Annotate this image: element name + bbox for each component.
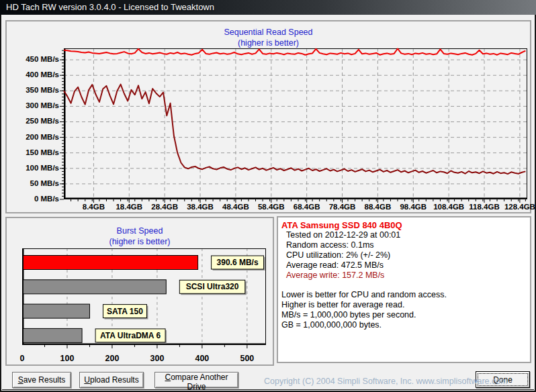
random-access-text: Random access: 0.1ms (281, 240, 527, 250)
sequential-chart-subtitle: (higher is better) (7, 38, 530, 48)
burst-x-tick-label: 400 (195, 354, 209, 363)
burst-x-tick-label: 0 (20, 354, 25, 363)
window-titlebar[interactable]: HD Tach RW version 3.0.4.0 - Licensed to… (0, 0, 536, 15)
average-write-text: Average write: 157.2 MB/s (281, 271, 527, 281)
y-tick-label: 450 MB/s (16, 55, 59, 63)
burst-speed-panel: Burst Speed (higher is better) 390.6 MB/… (5, 217, 274, 366)
burst-x-tick-label: 300 (150, 354, 164, 363)
drive-info-panel: ATA Samsung SSD 840 4B0Q Tested on 2012-… (277, 216, 531, 363)
tested-on-text: Tested on 2012-12-29 at 00:01 (281, 230, 527, 240)
sequential-read-panel: Sequential Read Speed (higher is better)… (5, 20, 531, 213)
note-lower-better: Lower is better for CPU and random acces… (281, 290, 527, 300)
burst-x-tick-label: 500 (240, 354, 254, 363)
note-mbs-definition: MB/s = 1,000,000 bytes per second. (281, 310, 527, 320)
bar-value-label: SATA 150 (107, 307, 143, 316)
window-title: HD Tach RW version 3.0.4.0 - Licensed to… (6, 2, 214, 12)
y-tick-label: 200 MB/s (16, 133, 59, 141)
compare-another-drive-button[interactable]: Compare Another Drive (154, 372, 238, 388)
average-read-text: Average read: 472.5 MB/s (281, 260, 527, 271)
hdtach-window: HD Tach RW version 3.0.4.0 - Licensed to… (0, 0, 536, 392)
upload-results-button[interactable]: Upload Results (79, 372, 144, 388)
save-results-button[interactable]: Save Results (12, 372, 71, 388)
drive-name: ATA Samsung SSD 840 4B0Q (281, 220, 527, 230)
y-tick-label: 100 MB/s (16, 164, 59, 172)
y-tick-label: 400 MB/s (16, 70, 59, 79)
note-gb-definition: GB = 1,000,000,000 bytes. (281, 320, 527, 330)
burst-chart-svg: 390.6 MB/sSCSI Ultra320SATA 150ATA Ultra… (17, 245, 276, 367)
burst-x-tick-label: 100 (60, 354, 75, 363)
bar-value-label: SCSI Ultra320 (186, 282, 239, 291)
sequential-read-chart-svg (60, 48, 531, 205)
y-tick-label: 0 MB/s (16, 195, 59, 203)
sequential-chart-title: Sequential Read Speed (7, 28, 530, 37)
bar-value-label: ATA UltraDMA 6 (100, 331, 161, 340)
copyright-text: Copyright (C) 2004 Simpli Software, Inc.… (264, 377, 508, 386)
note-higher-better: Higher is better for average read. (281, 300, 527, 310)
burst-x-tick-label: 200 (105, 354, 120, 363)
y-tick-label: 150 MB/s (16, 148, 59, 156)
y-tick-label: 50 MB/s (16, 179, 59, 187)
cpu-utilization-text: CPU utilization: 2% (+/- 2%) (281, 250, 527, 260)
y-tick-label: 350 MB/s (16, 86, 59, 94)
y-tick-label: 300 MB/s (16, 101, 59, 109)
y-tick-label: 250 MB/s (16, 117, 59, 125)
bar-value-label: 390.6 MB/s (217, 258, 259, 267)
burst-chart-title: Burst Speed (7, 226, 273, 236)
